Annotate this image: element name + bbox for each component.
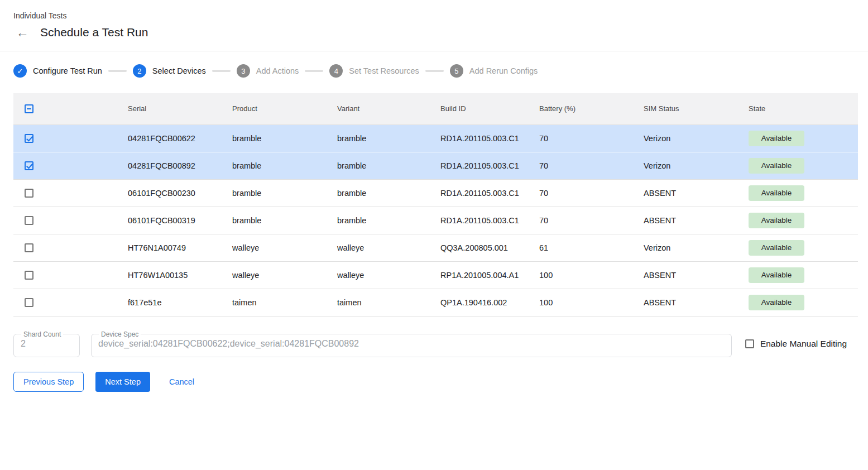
stepper-step-select-devices[interactable]: 2 Select Devices [133,64,206,78]
action-bar: Previous Step Next Step Cancel [13,372,855,392]
device-row[interactable]: 06101FQCB00319 bramble bramble RD1A.2011… [13,207,858,234]
enable-manual-editing-checkbox[interactable] [745,339,754,348]
cell-serial: HT76W1A00135 [117,261,221,289]
page-title: Schedule a Test Run [40,26,148,39]
cell-variant: walleye [326,234,429,261]
cell-variant: bramble [326,152,429,179]
cell-serial: 06101FQCB00230 [117,179,221,207]
step-connector [425,70,444,72]
row-checkbox[interactable] [25,134,33,143]
cell-product: bramble [221,152,326,179]
select-all-checkbox[interactable] [25,104,33,113]
step-connector [305,70,323,72]
cell-sim-status: ABSENT [632,179,737,207]
stepper-step-configure-test-run[interactable]: ✓ Configure Test Run [13,64,102,78]
cell-battery: 100 [528,289,632,316]
next-step-button[interactable]: Next Step [95,372,150,392]
cell-serial: HT76N1A00749 [117,234,221,261]
cell-product: bramble [221,124,326,152]
status-badge: Available [749,131,804,146]
cell-variant: taimen [326,289,429,316]
enable-manual-editing-toggle[interactable]: Enable Manual Editing [745,339,847,349]
back-button[interactable]: ← [15,25,30,40]
cell-product: bramble [221,179,326,207]
row-checkbox[interactable] [25,243,33,252]
column-header-product: Product [221,93,326,124]
shard-count-label: Shard Count [21,330,63,338]
step-number-circle: 3 [237,64,250,78]
step-number-circle: 2 [133,64,146,78]
device-spec-field: Device Spec [91,330,732,357]
shard-count-input[interactable] [21,339,73,349]
cell-sim-status: ABSENT [632,207,737,234]
column-header-battery: Battery (%) [528,93,632,124]
cell-serial: f617e51e [117,289,221,316]
status-badge: Available [749,267,804,283]
device-table: Serial Product Variant Build ID Battery … [13,93,858,316]
column-header-build-id: Build ID [429,93,528,124]
shard-count-field: Shard Count [13,330,80,357]
cell-sim-status: Verizon [632,152,737,179]
step-connector [108,70,127,72]
column-header-sim-status: SIM Status [632,93,737,124]
device-spec-form: Shard Count Device Spec Enable Manual Ed… [13,330,855,357]
cell-build-id: RD1A.201105.003.C1 [429,152,528,179]
step-completed-circle: ✓ [13,64,27,78]
stepper-step-add-rerun-configs[interactable]: 5 Add Rerun Configs [450,64,538,78]
status-badge: Available [749,213,804,228]
device-row[interactable]: f617e51e taimen taimen QP1A.190416.002 1… [13,289,858,316]
cell-sim-status: ABSENT [632,289,737,316]
status-badge: Available [749,295,804,310]
cell-sim-status: Verizon [632,234,737,261]
cell-variant: bramble [326,179,429,207]
cell-battery: 70 [528,207,632,234]
cancel-button[interactable]: Cancel [160,372,203,392]
step-label: Select Devices [152,66,206,75]
cell-build-id: RP1A.201005.004.A1 [429,261,528,289]
device-row[interactable]: 04281FQCB00892 bramble bramble RD1A.2011… [13,152,858,179]
cell-battery: 100 [528,261,632,289]
device-spec-input[interactable] [98,339,725,349]
stepper-step-add-actions[interactable]: 3 Add Actions [237,64,299,78]
device-row[interactable]: 04281FQCB00622 bramble bramble RD1A.2011… [13,124,858,152]
cell-product: walleye [221,234,326,261]
cell-product: bramble [221,207,326,234]
previous-step-button[interactable]: Previous Step [13,372,84,392]
status-badge: Available [749,185,804,201]
column-header-state: State [737,93,858,124]
column-header-variant: Variant [326,93,429,124]
table-header-row: Serial Product Variant Build ID Battery … [13,93,858,124]
cell-sim-status: ABSENT [632,261,737,289]
cell-build-id: RD1A.201105.003.C1 [429,207,528,234]
device-spec-label: Device Spec [99,330,141,338]
row-checkbox[interactable] [25,189,33,198]
row-checkbox[interactable] [25,161,33,170]
cell-build-id: RD1A.201105.003.C1 [429,124,528,152]
device-row[interactable]: 06101FQCB00230 bramble bramble RD1A.2011… [13,179,858,207]
page-header: Individual Tests ← Schedule a Test Run [0,0,868,40]
step-number-circle: 4 [329,64,343,78]
cell-battery: 61 [528,234,632,261]
cell-variant: bramble [326,207,429,234]
device-row[interactable]: HT76W1A00135 walleye walleye RP1A.201005… [13,261,858,289]
cell-product: walleye [221,261,326,289]
step-connector [212,70,231,72]
cell-build-id: RD1A.201105.003.C1 [429,179,528,207]
row-checkbox[interactable] [25,298,33,307]
device-row[interactable]: HT76N1A00749 walleye walleye QQ3A.200805… [13,234,858,261]
cell-battery: 70 [528,152,632,179]
row-checkbox[interactable] [25,216,33,225]
step-label: Add Actions [256,66,299,75]
stepper-step-set-test-resources[interactable]: 4 Set Test Resources [329,64,419,78]
stepper: ✓ Configure Test Run 2 Select Devices 3 … [13,64,855,78]
arrow-back-icon: ← [16,25,29,40]
cell-build-id: QQ3A.200805.001 [429,234,528,261]
step-label: Set Test Resources [349,66,419,75]
step-label: Configure Test Run [33,66,102,75]
step-number-circle: 5 [450,64,463,78]
enable-manual-editing-label: Enable Manual Editing [760,339,847,349]
column-header-serial: Serial [117,93,221,124]
row-checkbox[interactable] [25,271,33,280]
status-badge: Available [749,240,804,256]
header-divider [0,51,868,51]
